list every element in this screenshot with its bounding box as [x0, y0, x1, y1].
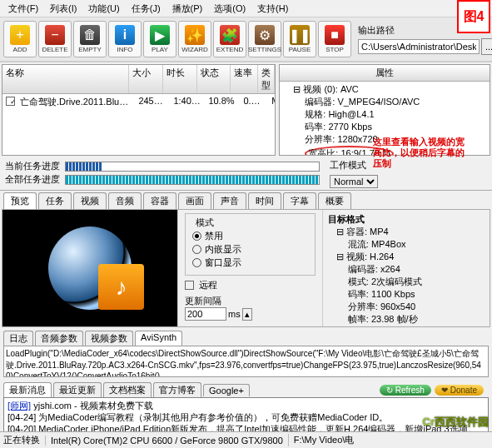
- output-path-input[interactable]: [358, 39, 480, 54]
- news-line-1: [师网] yjshi.com - 视频素材免费下载: [7, 400, 485, 411]
- row-duration: 1:40:30: [170, 95, 205, 109]
- tab-video[interactable]: 视频: [73, 192, 107, 209]
- refresh-button[interactable]: ↻Refresh: [380, 385, 431, 396]
- news-tab-blog[interactable]: 官方博客: [153, 382, 201, 397]
- trash-icon: 🗑: [80, 25, 100, 45]
- col-rate[interactable]: 速率: [231, 65, 258, 93]
- menu-play[interactable]: 播放(P): [167, 1, 208, 17]
- watermark: Cr西西软件园: [423, 415, 489, 430]
- col-name[interactable]: 名称: [2, 65, 129, 93]
- status-bar: 正在转换 Intel(R) Core(TM)2 CPU 6600 / GeFor…: [0, 431, 492, 448]
- menu-list[interactable]: 列表(I): [45, 1, 82, 17]
- target-vfps: 帧率: 23.98 帧/秒: [328, 313, 485, 326]
- heart-icon: ❤: [441, 386, 448, 395]
- target-container: ⊟ 容器: MP4: [328, 226, 485, 238]
- tab-picture[interactable]: 画面: [178, 192, 211, 209]
- menu-help[interactable]: 支持(H): [252, 1, 293, 17]
- tab-time[interactable]: 时间: [248, 192, 281, 209]
- toolbar: +ADD −DELETE 🗑EMPTY iINFO ▶PLAY ✨WIZARD …: [2, 19, 353, 59]
- tab-preview[interactable]: 预览: [3, 192, 37, 209]
- tab-audio[interactable]: 音频: [108, 192, 142, 209]
- radio-window[interactable]: 窗口显示: [192, 256, 308, 269]
- script-textarea[interactable]: LoadPlugin("D:\MediaCoder_x64\codecs\Dir…: [3, 346, 489, 377]
- browse-button[interactable]: ...: [481, 38, 492, 55]
- add-button[interactable]: +ADD: [3, 21, 37, 57]
- news-tab-docs[interactable]: 文档档案: [103, 382, 152, 397]
- row-name: ✓亡命驾驶.Drive.2011.BluRay.720p.AC3...: [2, 95, 135, 109]
- news-tab-updates[interactable]: 最近更新: [53, 382, 102, 397]
- menu-options[interactable]: 选项(O): [209, 1, 251, 17]
- news-line-2: [04-24] 为MediaCoder编写教程（录制其他用户有参考价值的），可免…: [7, 411, 485, 423]
- extend-button[interactable]: 🧩EXTEND: [213, 21, 246, 57]
- current-task-label: 当前任务进度: [5, 160, 60, 172]
- target-vcodec: 编码器: x264: [328, 263, 485, 276]
- lower-tab-avisynth[interactable]: AviSynth: [135, 331, 182, 346]
- empty-button[interactable]: 🗑EMPTY: [73, 21, 107, 57]
- current-task-bar: [65, 162, 320, 172]
- main-tabs: 预览 任务 视频 音频 容器 画面 声音 时间 字幕 概要: [0, 190, 492, 209]
- interval-spinner[interactable]: ms ▴: [185, 307, 316, 321]
- tab-container[interactable]: 容器: [143, 192, 176, 209]
- tab-sound[interactable]: 声音: [213, 192, 246, 209]
- list-header: 名称 大小 时长 状态 速率 类型: [2, 65, 275, 94]
- prop-bitrate: 码率: 2770 Kbps: [285, 121, 485, 133]
- music-note-icon: ♪: [98, 264, 144, 310]
- status-cpu: Intel(R) Core(TM)2 CPU 6600 / GeForce 98…: [45, 436, 283, 446]
- info-button[interactable]: iINFO: [108, 21, 142, 57]
- col-status[interactable]: 状态: [197, 65, 231, 93]
- status-path: F:\My Video\电: [288, 434, 355, 446]
- target-vres: 分辨率: 960x540: [328, 301, 485, 313]
- annotation-note: 这里查看输入视频的宽高比，以便稍后字幕的压制: [373, 137, 465, 169]
- table-row[interactable]: ✓亡命驾驶.Drive.2011.BluRay.720p.AC3... 2458…: [2, 94, 275, 110]
- target-vmode: 模式: 2次编码模式: [328, 276, 485, 288]
- file-list[interactable]: 名称 大小 时长 状态 速率 类型 ✓亡命驾驶.Drive.2011.BluRa…: [2, 64, 276, 156]
- menu-file[interactable]: 文件(F): [3, 1, 43, 17]
- radio-inline[interactable]: 内嵌显示: [192, 243, 308, 256]
- corner-annotation: 图4: [457, 0, 490, 33]
- col-size[interactable]: 大小: [129, 65, 163, 93]
- prop-video-header: ⊟ 视频 (0): AVC: [285, 83, 485, 96]
- tab-summary[interactable]: 概要: [318, 192, 351, 209]
- settings-button[interactable]: ⚙SETTINGS: [248, 21, 281, 57]
- menu-funcs[interactable]: 功能(U): [83, 1, 124, 17]
- play-icon: ▶: [150, 25, 170, 45]
- refresh-icon: ↻: [386, 386, 393, 395]
- target-format-pane[interactable]: 目标格式 ⊟ 容器: MP4 混流: MP4Box ⊟ 视频: H.264 编码…: [323, 210, 490, 326]
- remote-checkbox-row[interactable]: 远程: [185, 279, 316, 291]
- properties-title: 属性: [280, 65, 490, 82]
- delete-button[interactable]: −DELETE: [38, 21, 72, 57]
- wizard-button[interactable]: ✨WIZARD: [178, 21, 211, 57]
- col-duration[interactable]: 时长: [163, 65, 197, 93]
- preview-options: 模式 禁用 内嵌显示 窗口显示 远程 更新间隔 ms ▴: [177, 210, 323, 326]
- mid-row: ♪ 模式 禁用 内嵌显示 窗口显示 远程 更新间隔 ms ▴ 目标格式 ⊟ 容器…: [2, 209, 490, 327]
- remote-checkbox[interactable]: [185, 281, 194, 290]
- interval-label: 更新间隔: [185, 295, 316, 307]
- radio-disable[interactable]: 禁用: [192, 230, 308, 242]
- mode-group: 模式 禁用 内嵌显示 窗口显示: [185, 213, 316, 276]
- prop-encoder: 编码器: V_MPEG4/ISO/AVC: [285, 96, 485, 108]
- target-video: ⊟ 视频: H.264: [328, 251, 485, 263]
- news-link-yjshi[interactable]: [师网]: [7, 401, 31, 411]
- lower-tab-log[interactable]: 日志: [3, 331, 33, 346]
- stop-button[interactable]: ■STOP: [318, 21, 351, 57]
- toolbar-row: +ADD −DELETE 🗑EMPTY iINFO ▶PLAY ✨WIZARD …: [0, 17, 492, 62]
- news-tab-latest[interactable]: 最新消息: [3, 382, 52, 397]
- target-title: 目标格式: [328, 213, 485, 226]
- spinner-up-icon[interactable]: ▴: [242, 308, 252, 321]
- donate-button[interactable]: ❤Donate: [435, 385, 484, 396]
- lower-tab-video-params[interactable]: 视频参数: [85, 331, 133, 346]
- work-mode-select[interactable]: Normal: [330, 175, 378, 188]
- play-button[interactable]: ▶PLAY: [143, 21, 176, 57]
- tab-task[interactable]: 任务: [38, 192, 72, 209]
- menu-tasks[interactable]: 任务(J): [127, 1, 166, 17]
- wand-icon: ✨: [185, 25, 205, 45]
- menu-bar: 文件(F) 列表(I) 功能(U) 任务(J) 播放(P) 选项(O) 支持(H…: [0, 0, 492, 17]
- tab-subtitle[interactable]: 字幕: [283, 192, 316, 209]
- row-checkbox[interactable]: ✓: [6, 97, 15, 106]
- col-type[interactable]: 类型: [258, 65, 275, 93]
- all-task-label: 全部任务进度: [5, 173, 60, 186]
- pause-button[interactable]: ❚❚PAUSE: [283, 21, 316, 57]
- interval-input[interactable]: [185, 307, 226, 321]
- news-tab-google[interactable]: Google+: [203, 384, 250, 396]
- lower-tab-audio-params[interactable]: 音频参数: [35, 331, 83, 346]
